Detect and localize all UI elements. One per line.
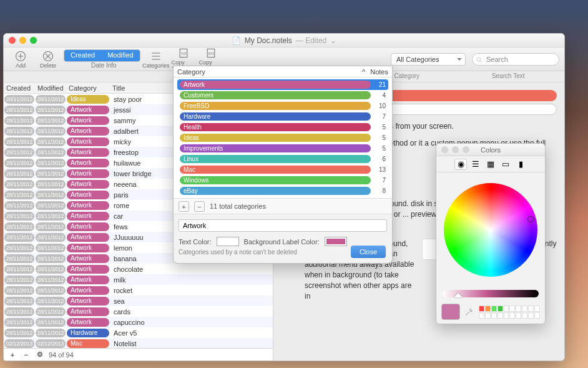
category-name-input[interactable]	[179, 219, 387, 232]
eyedropper-icon[interactable]	[464, 306, 475, 317]
category-pill: FreeBSD	[180, 102, 371, 110]
categories-button[interactable]: Categories	[144, 50, 168, 69]
bg-color-swatch[interactable]	[325, 237, 347, 246]
modified-tab[interactable]: Modified	[101, 50, 140, 61]
preset-swatch[interactable]	[509, 312, 515, 319]
table-row[interactable]: 28/11/2012 28/11/2012 Artwork cards	[4, 306, 273, 317]
minimize-window-icon[interactable]	[19, 37, 26, 44]
sliders-mode-icon[interactable]: ☰	[469, 159, 482, 170]
category-count: 21	[375, 81, 386, 88]
created-cell: 28/11/2012	[4, 254, 34, 263]
colors-panel[interactable]: Colors ◉ ☰ ▦ ▭ ▮	[436, 143, 546, 324]
svg-text:TXT: TXT	[181, 51, 187, 55]
created-cell: 28/11/2012	[4, 169, 34, 178]
preset-swatch[interactable]	[504, 306, 509, 312]
preset-swatch[interactable]	[504, 312, 509, 319]
preset-swatch[interactable]	[497, 306, 503, 312]
add-row-button[interactable]: +	[7, 351, 17, 359]
brightness-slider[interactable]	[443, 290, 539, 297]
category-row[interactable]: Mac 13	[177, 164, 388, 175]
preset-swatch[interactable]	[491, 312, 497, 319]
preset-swatch[interactable]	[528, 312, 534, 319]
category-row[interactable]: eBay 8	[177, 186, 388, 196]
crayons-mode-icon[interactable]: ▮	[514, 159, 527, 170]
preset-swatch[interactable]	[491, 306, 497, 312]
add-category-button[interactable]: +	[179, 201, 189, 212]
category-pill: Improvements	[180, 144, 371, 152]
preset-swatch[interactable]	[509, 306, 515, 312]
titlebar[interactable]: 📄 My Doc.notels — Edited ⌄	[4, 34, 564, 47]
table-row[interactable]: 28/11/2012 28/11/2012 Artwork chocolate	[4, 264, 273, 274]
table-row[interactable]: 28/11/2012 28/11/2012 Artwork sea	[4, 296, 273, 306]
modified-cell: 28/11/2012	[36, 116, 66, 125]
created-tab[interactable]: Created	[64, 50, 101, 61]
sheet-header[interactable]: Category ^ Notes	[174, 66, 392, 77]
delete-button[interactable]: Delete	[36, 50, 60, 69]
col-category[interactable]: Category	[66, 84, 110, 92]
category-pill: Health	[180, 123, 371, 131]
category-row[interactable]: Customers 4	[177, 90, 388, 101]
zoom-window-icon[interactable]	[30, 37, 37, 44]
close-button[interactable]: Close	[351, 246, 386, 258]
text-color-label: Text Color:	[179, 238, 212, 246]
category-pill: Artwork	[67, 159, 109, 167]
category-row[interactable]: Linux 6	[177, 154, 388, 164]
preset-swatch[interactable]	[485, 312, 491, 319]
color-crosshair-icon[interactable]	[527, 216, 534, 222]
spectrum-mode-icon[interactable]: ▭	[499, 159, 512, 170]
category-pill: Linux	[180, 155, 371, 163]
close-window-icon[interactable]	[9, 37, 16, 44]
category-row[interactable]: Hardware 7	[177, 111, 388, 122]
date-toggle[interactable]: Created Modified	[64, 49, 140, 62]
created-cell: 28/11/2012	[4, 307, 34, 316]
col-modified[interactable]: Modified	[35, 84, 66, 92]
preset-swatch[interactable]	[479, 312, 484, 319]
modified-cell: 28/11/2012	[36, 212, 66, 221]
category-pill: Artwork	[67, 137, 109, 146]
text-color-swatch[interactable]	[217, 237, 239, 246]
preset-swatch[interactable]	[485, 306, 491, 312]
modified-cell: 28/11/2012	[36, 148, 66, 157]
color-wheel[interactable]	[436, 172, 545, 287]
table-row[interactable]: 28/11/2012 28/11/2012 Artwork milk	[4, 274, 273, 285]
modified-cell: 28/11/2012	[36, 137, 66, 146]
modified-cell: 28/11/2012	[36, 286, 66, 295]
close-window-icon[interactable]	[441, 146, 448, 153]
preset-swatch[interactable]	[534, 306, 540, 312]
category-row[interactable]: Windows 7	[177, 175, 388, 186]
table-row[interactable]: 28/11/2012 28/11/2012 Artwork capuccino	[4, 317, 273, 327]
preset-swatch[interactable]	[516, 312, 521, 319]
search-input[interactable]: Search	[472, 53, 559, 66]
category-pill: Ideas	[180, 134, 371, 142]
category-row[interactable]: Improvements 5	[177, 143, 388, 154]
category-row[interactable]: Health 5	[177, 122, 388, 132]
add-button[interactable]: Add	[9, 50, 32, 69]
gear-icon[interactable]: ⚙	[35, 351, 45, 359]
category-row[interactable]: Artwork 21	[177, 79, 388, 90]
preset-swatch[interactable]	[497, 312, 503, 319]
zoom-window-icon[interactable]	[463, 146, 469, 153]
table-row[interactable]: 28/11/2012 28/11/2012 Artwork rocket	[4, 285, 273, 296]
table-row[interactable]: 28/11/2012 28/11/2012 Hardware Acer v5	[4, 327, 273, 338]
row-count: 94 of 94	[49, 351, 74, 359]
category-row[interactable]: FreeBSD 10	[177, 101, 388, 111]
palette-mode-icon[interactable]: ▦	[484, 159, 497, 170]
table-row[interactable]: 02/12/2013 02/12/2013 Mac Notelist	[4, 338, 273, 348]
colorwheel-mode-icon[interactable]: ◉	[454, 159, 467, 170]
remove-row-button[interactable]: −	[21, 351, 31, 359]
category-row[interactable]: Ideas 5	[177, 132, 388, 143]
category-filter-dropdown[interactable]: All Categories	[391, 53, 466, 66]
remove-category-button[interactable]: −	[194, 201, 205, 212]
col-created[interactable]: Created	[4, 84, 35, 92]
category-pill: Artwork	[67, 116, 109, 125]
color-presets[interactable]	[479, 306, 540, 319]
title-cell: milk	[110, 276, 273, 284]
preset-swatch[interactable]	[516, 306, 521, 312]
category-pill: Artwork	[67, 276, 109, 284]
preset-swatch[interactable]	[522, 312, 527, 319]
preset-swatch[interactable]	[479, 306, 484, 312]
preset-swatch[interactable]	[528, 306, 534, 312]
preset-swatch[interactable]	[522, 306, 527, 312]
preset-swatch[interactable]	[534, 312, 540, 319]
minimize-window-icon[interactable]	[452, 146, 459, 153]
